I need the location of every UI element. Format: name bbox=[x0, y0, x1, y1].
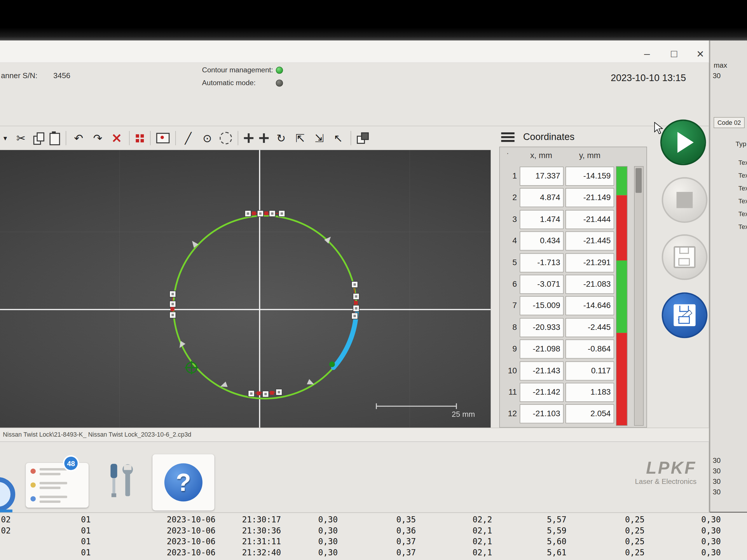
y-value-field[interactable]: -21.445 bbox=[566, 231, 614, 250]
x-value-field[interactable]: 0.434 bbox=[520, 231, 564, 250]
contour-circle[interactable] bbox=[173, 216, 356, 399]
row-number: 4 bbox=[500, 236, 519, 246]
log-row[interactable]: 012023-10-0621:32:400,300,3702,15,610,25… bbox=[0, 546, 747, 558]
value-cell: 0,30 bbox=[318, 515, 338, 525]
ellipse-tool-icon[interactable] bbox=[220, 132, 232, 144]
automatic-status-led bbox=[276, 80, 283, 87]
step-cell: 01 bbox=[81, 559, 91, 560]
marked-rectangle-icon[interactable] bbox=[156, 133, 170, 143]
list-item-text[interactable]: Tex bbox=[739, 185, 747, 192]
scrollbar-thumb[interactable] bbox=[636, 168, 642, 193]
value-cell: 02,1 bbox=[473, 537, 492, 546]
y-value-field[interactable]: -21.149 bbox=[566, 188, 614, 207]
step-cell: 01 bbox=[81, 548, 91, 557]
toolbar-separator bbox=[351, 131, 351, 145]
blue-bullet-icon bbox=[30, 496, 35, 501]
tools-button[interactable] bbox=[106, 463, 136, 507]
y-value-field[interactable]: -21.444 bbox=[566, 210, 614, 229]
design-canvas[interactable]: 25 mm bbox=[0, 150, 491, 428]
value-cell: 0,37 bbox=[396, 559, 416, 560]
scale-bar bbox=[377, 403, 456, 409]
y-value-field[interactable]: 1.183 bbox=[566, 383, 614, 402]
y-value-field[interactable]: -14.159 bbox=[566, 166, 614, 186]
value-cell: 5,61 bbox=[547, 548, 566, 557]
y-value-field[interactable]: 0.117 bbox=[566, 362, 614, 380]
date-cell: 2023-10-06 bbox=[166, 537, 215, 546]
list-item-text[interactable]: Tex bbox=[739, 223, 747, 231]
minimize-button[interactable]: – bbox=[637, 46, 656, 62]
list-item-text[interactable]: Tex bbox=[739, 172, 747, 179]
y-value-field[interactable]: -0.864 bbox=[566, 340, 614, 358]
dropdown-arrow-icon[interactable]: ▾ bbox=[2, 132, 9, 145]
x-value-field[interactable]: 17.337 bbox=[520, 166, 564, 186]
redo-icon[interactable]: ↷ bbox=[91, 132, 104, 145]
y-value-field[interactable]: 2.054 bbox=[566, 404, 614, 423]
close-button[interactable]: × bbox=[691, 46, 710, 62]
delete-icon[interactable]: × bbox=[110, 132, 123, 145]
y-value-field[interactable]: -14.646 bbox=[566, 296, 614, 315]
x-value-field[interactable]: 4.874 bbox=[520, 188, 564, 207]
rotate-icon[interactable]: ↻ bbox=[274, 132, 288, 145]
list-item-text[interactable]: Tex bbox=[739, 211, 747, 218]
zoom-extents-icon[interactable]: ⇱ bbox=[293, 132, 307, 145]
transform-copy-icon[interactable] bbox=[357, 132, 368, 144]
maximize-button[interactable]: □ bbox=[665, 46, 684, 62]
panel-scrollbar[interactable] bbox=[634, 166, 644, 426]
question-mark-icon: ? bbox=[164, 463, 203, 502]
value-cell: 5,60 bbox=[547, 537, 566, 546]
x-value-field[interactable]: 1.474 bbox=[520, 210, 564, 229]
cut-icon[interactable]: ✂ bbox=[14, 132, 28, 145]
selected-arc-segment[interactable] bbox=[334, 312, 356, 368]
copy-icon[interactable] bbox=[33, 132, 44, 144]
zoom-fit-icon[interactable]: ⇲ bbox=[312, 132, 326, 145]
x-value-field[interactable]: -3.071 bbox=[520, 275, 564, 294]
help-button[interactable]: ? bbox=[152, 454, 214, 511]
row-number: 5 bbox=[500, 258, 519, 268]
start-button[interactable] bbox=[660, 119, 706, 165]
log-row[interactable]: 012023-10-0621:31:110,300,3702,15,600,25… bbox=[0, 536, 747, 547]
arc-endpoint-marker bbox=[329, 362, 335, 367]
log-row[interactable]: 012023-10-060,300,3702,15,590,250,30 bbox=[0, 558, 747, 560]
row-number: 7 bbox=[500, 301, 519, 311]
circle-tool-icon[interactable]: ⊙ bbox=[201, 132, 214, 145]
typ-column-header: Typ bbox=[736, 140, 746, 148]
logo-brand: LPKF bbox=[591, 460, 696, 476]
file-path: Nissan Twist Lock\21-8493-K_ Nissan Twis… bbox=[3, 431, 191, 438]
x-value-field[interactable]: -20.933 bbox=[520, 318, 564, 337]
x-value-field[interactable]: -1.713 bbox=[520, 254, 564, 272]
x-value-field[interactable]: -21.143 bbox=[520, 362, 564, 380]
screwdriver-icon bbox=[110, 464, 117, 478]
log-row[interactable]: 02012023-10-0621:30:360,300,3602,15,590,… bbox=[0, 525, 747, 536]
list-item-text[interactable]: Tex bbox=[739, 159, 747, 166]
list-item-text[interactable]: Tex bbox=[739, 198, 747, 205]
value-cell: 0,30 bbox=[701, 537, 721, 546]
line-tool-icon[interactable]: ╱ bbox=[181, 132, 195, 145]
max-label: max bbox=[714, 61, 727, 69]
save-as-button[interactable] bbox=[662, 292, 707, 338]
save-button[interactable] bbox=[662, 234, 707, 280]
y-value-field[interactable]: -2.445 bbox=[566, 318, 614, 337]
paste-icon[interactable] bbox=[50, 133, 60, 145]
x-value-field[interactable]: -21.142 bbox=[520, 383, 564, 402]
undo-icon[interactable]: ↶ bbox=[72, 132, 85, 145]
time-cell: 21:30:17 bbox=[242, 515, 281, 525]
file-path-bar: Nissan Twist Lock\21-8493-K_ Nissan Twis… bbox=[0, 428, 709, 442]
value-cell: 02,1 bbox=[473, 548, 492, 557]
task-list-button[interactable] bbox=[26, 463, 89, 507]
insert-node-horizontal-icon[interactable] bbox=[244, 133, 254, 143]
y-value-field[interactable]: -21.291 bbox=[566, 254, 614, 272]
points-icon[interactable] bbox=[135, 134, 145, 143]
value-cell: 0,30 bbox=[318, 559, 338, 560]
code-tab[interactable]: Code 02 bbox=[714, 117, 745, 128]
x-value-field[interactable]: -21.098 bbox=[520, 340, 564, 358]
y-value-field[interactable]: -21.083 bbox=[566, 275, 614, 294]
log-row[interactable]: 02012023-10-0621:30:170,300,3502,25,570,… bbox=[0, 514, 747, 525]
red-bullet-icon bbox=[30, 469, 35, 474]
coordinates-menu-icon[interactable] bbox=[501, 132, 515, 134]
insert-node-vertical-icon[interactable] bbox=[259, 133, 269, 143]
status-segment-pass bbox=[617, 261, 627, 333]
x-value-field[interactable]: -15.009 bbox=[520, 296, 564, 315]
x-value-field[interactable]: -21.103 bbox=[520, 404, 564, 423]
stop-button[interactable] bbox=[662, 177, 707, 223]
select-move-icon[interactable]: ↖ bbox=[332, 132, 345, 145]
